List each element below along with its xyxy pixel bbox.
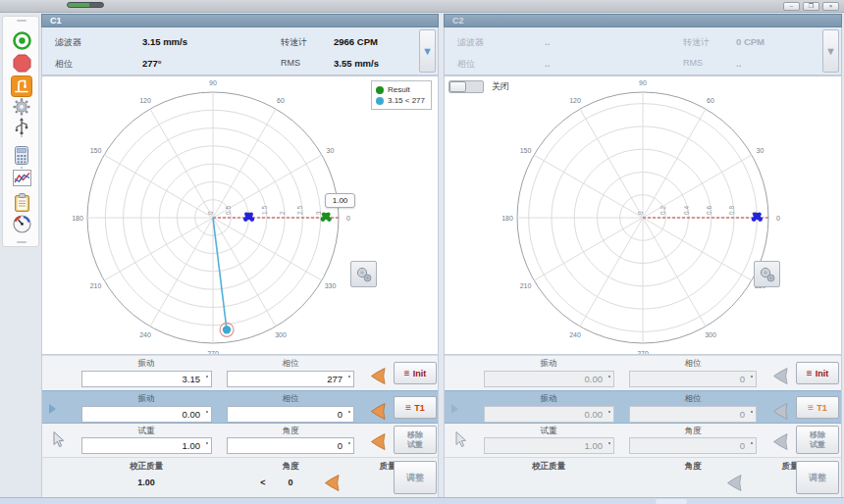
spinner-dot[interactable] (206, 411, 208, 413)
trial-angle-input[interactable] (629, 437, 757, 454)
spinner-dot[interactable] (751, 442, 753, 444)
minimize-button[interactable]: – (783, 2, 800, 11)
init-vibration-input[interactable] (81, 371, 212, 387)
menu-icon: ≡ (405, 402, 411, 413)
trial-angle-input[interactable] (227, 437, 354, 454)
init-row: 振动 相位 ≡Init (42, 355, 438, 390)
transfer-arrow-button[interactable] (772, 432, 789, 451)
transfer-arrow-button[interactable] (772, 367, 789, 385)
chart-options-button[interactable] (754, 261, 780, 287)
collapse-arrow-button[interactable]: ▼ (419, 29, 436, 73)
spinner-dot[interactable] (608, 442, 610, 444)
spinner-dot[interactable] (206, 376, 208, 378)
svg-text:120: 120 (569, 97, 581, 104)
trial-weight-input[interactable] (484, 437, 614, 454)
adjust-button[interactable]: 调整 (796, 461, 839, 494)
spinner-dot[interactable] (608, 411, 610, 413)
bottom-tab-handle[interactable] (656, 499, 687, 504)
close-button[interactable]: × (822, 2, 839, 11)
correction-angle-value: 0 (268, 478, 313, 487)
init-vibration-input[interactable] (484, 371, 614, 387)
spinner-dot[interactable] (348, 442, 350, 444)
transfer-arrow-button[interactable] (772, 402, 789, 421)
toggle-track[interactable] (448, 80, 484, 93)
title-bar[interactable]: – ❐ × (0, 0, 844, 13)
correction-mass-value: 1.00 (107, 478, 185, 487)
trial-run-row[interactable]: 振动 相位 ≡T1 (42, 390, 438, 424)
svg-text:270: 270 (207, 350, 219, 355)
svg-text:180: 180 (501, 215, 513, 222)
toggle-label: 关闭 (492, 80, 509, 93)
trial-run-row[interactable]: 振动 相位 ≡T1 (445, 390, 841, 424)
init-phase-input[interactable] (629, 371, 757, 387)
panel-title: C2 (444, 14, 842, 27)
trend-chart-icon[interactable] (11, 167, 32, 188)
t1-button[interactable]: ≡T1 (394, 396, 437, 419)
spinner-dot[interactable] (348, 376, 350, 378)
down-arrow-icon: ▼ (422, 45, 433, 57)
transfer-arrow-button[interactable] (370, 402, 387, 421)
spinner-dot[interactable] (608, 376, 610, 378)
t1-phase-input[interactable] (629, 406, 757, 423)
restore-button[interactable]: ❐ (803, 2, 819, 11)
spinner-dot[interactable] (751, 376, 753, 378)
svg-text:60: 60 (277, 97, 285, 104)
svg-text:0.4: 0.4 (683, 206, 690, 215)
rms-label: RMS (281, 58, 300, 68)
init-row: 振动 相位 ≡Init (445, 355, 841, 390)
angle-label: 角度 (654, 461, 732, 473)
trial-weight-input[interactable] (81, 437, 212, 454)
svg-text:0.6: 0.6 (706, 206, 712, 215)
balancing-controls: 振动 相位 ≡Init 振动 相位 ≡T1 试重 角度 (41, 355, 439, 497)
calculator-icon[interactable] (11, 144, 32, 166)
svg-text:180: 180 (72, 215, 83, 222)
init-button[interactable]: ≡Init (796, 362, 839, 384)
cursor-pointer-icon[interactable] (51, 430, 65, 448)
rms-value: 3.55 mm/s (334, 58, 379, 69)
phase-value: 277° (142, 58, 162, 69)
sidebar-grip[interactable] (17, 241, 26, 243)
init-phase-input[interactable] (227, 371, 354, 387)
transfer-arrow-button[interactable] (324, 474, 341, 492)
transfer-arrow-button[interactable] (370, 367, 387, 385)
t1-vibration-input[interactable] (81, 406, 212, 423)
correction-row: 校正质量 角度 质量 1.00 < 0 调整 (42, 457, 438, 497)
t1-phase-input[interactable] (227, 406, 354, 423)
balancing-controls: 振动 相位 ≡Init 振动 相位 ≡T1 试重 角度 (444, 355, 842, 497)
report-clipboard-icon[interactable] (11, 191, 32, 213)
balancing-tool-icon[interactable] (11, 76, 32, 97)
spinner-dot[interactable] (751, 411, 753, 413)
svg-text:240: 240 (569, 331, 581, 338)
gauge-icon[interactable] (11, 213, 32, 234)
svg-text:90: 90 (639, 79, 647, 86)
svg-text:300: 300 (705, 331, 716, 338)
row-play-icon[interactable] (451, 404, 458, 414)
tacho-value: 2966 CPM (334, 36, 378, 47)
measurement-info-panel: 滤波器 3.15 mm/s 转速计 2966 CPM 相位 277° RMS 3… (41, 27, 439, 76)
cursor-pointer-icon[interactable] (453, 430, 467, 448)
angle-label: 角度 (251, 461, 330, 473)
remove-trial-weight-button[interactable]: 移除试重 (796, 426, 839, 454)
collapse-arrow-button[interactable]: ▼ (822, 29, 839, 73)
toggle-thumb[interactable] (449, 81, 466, 92)
transfer-arrow-button[interactable] (726, 474, 743, 492)
adjust-button[interactable]: 调整 (394, 461, 437, 494)
usb-connector-icon[interactable] (11, 115, 32, 136)
channel-toggle[interactable]: 关闭 (448, 80, 509, 93)
spinner-dot[interactable] (348, 411, 350, 413)
down-arrow-icon: ▼ (825, 45, 836, 57)
legend-result-dot (376, 86, 384, 94)
spinner-dot[interactable] (206, 442, 208, 444)
record-icon[interactable] (11, 29, 32, 51)
t1-vibration-input[interactable] (484, 406, 614, 423)
sidebar-grip[interactable] (17, 20, 26, 22)
filter-label: 滤波器 (55, 36, 81, 49)
transfer-arrow-button[interactable] (370, 432, 387, 451)
init-button[interactable]: ≡Init (394, 362, 437, 384)
t1-button[interactable]: ≡T1 (796, 396, 839, 419)
row-play-icon[interactable] (49, 404, 56, 414)
remove-trial-weight-button[interactable]: 移除试重 (394, 426, 437, 454)
chart-options-button[interactable] (350, 261, 377, 287)
stop-icon[interactable] (11, 52, 32, 74)
svg-text:240: 240 (139, 331, 151, 338)
